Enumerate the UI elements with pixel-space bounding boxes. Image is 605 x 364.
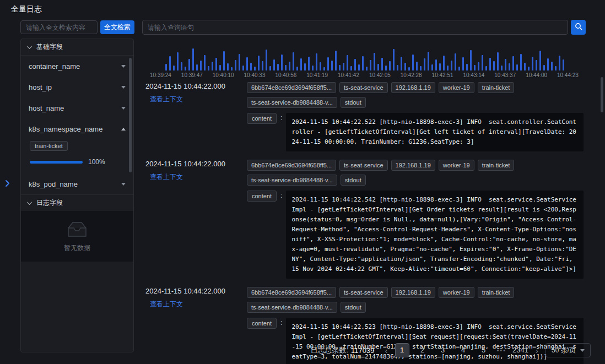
view-context-link[interactable]: 查看上下文 (150, 300, 183, 309)
field-value-tag[interactable]: train-ticket (30, 141, 68, 151)
histogram-bar (555, 66, 557, 70)
histogram-bar (273, 59, 275, 70)
histogram-bar (327, 57, 329, 70)
main-scrollbar-thumb[interactable] (601, 77, 603, 112)
histogram-bar (470, 50, 472, 70)
field-label: container_name (29, 62, 80, 70)
namespace-tag[interactable]: train-ticket (478, 287, 515, 298)
histogram-bar (281, 55, 283, 70)
container-id-tag[interactable]: 6bb674e8ce69d3694f658ff5... (247, 287, 336, 298)
histogram-bar (462, 57, 464, 70)
content-field-chip[interactable]: content (247, 318, 277, 329)
histogram-bar (235, 60, 236, 70)
histogram-bar (516, 64, 518, 70)
histogram-bar (412, 55, 414, 70)
time-tick: 10:43:37 (494, 72, 516, 78)
fulltext-search-button[interactable]: 全文检索 (100, 20, 134, 34)
tag-row: 6bb674e8ce69d3694f658ff5... ts-seat-serv… (247, 82, 587, 93)
namespace-tag[interactable]: train-ticket (478, 82, 515, 93)
prev-page-button[interactable]: ‹ (384, 346, 389, 355)
histogram-bar (482, 55, 483, 70)
field-label: host_name (29, 104, 64, 112)
pod-name-tag[interactable]: ts-seat-service-db9884488-v... (247, 302, 337, 313)
query-input[interactable] (142, 20, 568, 35)
host-ip-tag[interactable]: 192.168.1.19 (391, 82, 435, 93)
pagination-last-page[interactable]: 2341 (512, 343, 528, 357)
time-tick: 10:40:56 (275, 72, 296, 78)
section-log-fields[interactable]: 日志字段 (21, 194, 133, 211)
view-context-link[interactable]: 查看上下文 (150, 172, 183, 182)
stream-tag[interactable]: stdout (341, 175, 366, 186)
content-row: content : 2024-11-15 10:44:22.522 [http-… (247, 113, 587, 151)
sidebar-field-k8s-pod-name[interactable]: k8s_pod_name (21, 173, 133, 194)
histogram-bar (200, 61, 202, 70)
pagination-page[interactable]: 2 (415, 343, 430, 357)
histogram-bar (223, 51, 225, 70)
histogram-bar (532, 57, 533, 70)
host-name-tag[interactable]: worker-19 (439, 287, 474, 298)
container-id-tag[interactable]: 6bb674e8ce69d3694f658ff5... (247, 82, 336, 93)
sidebar-field-container-name[interactable]: container_name (21, 56, 133, 77)
next-page-button[interactable]: › (534, 346, 539, 355)
histogram-bar (300, 58, 302, 70)
namespace-tag[interactable]: train-ticket (478, 160, 515, 171)
empty-state: 暂无数据 (21, 211, 133, 262)
tag-row: ts-seat-service-db9884488-v... stdout (247, 97, 587, 108)
service-tag[interactable]: ts-seat-service (339, 287, 388, 298)
pagination-page[interactable]: 1 (395, 343, 409, 357)
time-tick: 10:44:23 (557, 72, 579, 78)
stream-tag[interactable]: stdout (341, 302, 366, 313)
histogram-bar (316, 53, 317, 70)
service-tag[interactable]: ts-seat-service (339, 82, 388, 93)
sidebar-collapse-handle[interactable] (4, 180, 10, 189)
sidebar-field-k8s-namespace-name[interactable]: k8s_namespace_name (21, 118, 133, 139)
sidebar-scrollbar-thumb[interactable] (129, 58, 132, 172)
query-search-button[interactable] (571, 20, 586, 35)
sidebar-field-host-name[interactable]: host_name (21, 97, 133, 118)
histogram-bar (208, 66, 209, 70)
chevron-down-icon (27, 44, 33, 49)
host-ip-tag[interactable]: 192.168.1.19 (391, 287, 435, 298)
caret-down-icon (121, 86, 126, 89)
histogram-bar (196, 64, 198, 70)
section-basic-fields[interactable]: 基础字段 (21, 39, 133, 56)
container-id-tag[interactable]: 6bb674e8ce69d3694f658ff5... (247, 160, 336, 171)
host-ip-tag[interactable]: 192.168.1.19 (391, 160, 435, 171)
page-size-value: 50 条/页 (552, 346, 576, 355)
fulltext-search-input[interactable] (20, 20, 98, 34)
search-icon (575, 23, 582, 32)
histogram-bar (231, 67, 233, 70)
time-tick: 10:41:42 (338, 72, 359, 78)
service-tag[interactable]: ts-seat-service (339, 160, 388, 171)
histogram-bar (165, 64, 167, 70)
content-field-chip[interactable]: content (247, 113, 277, 124)
log-entry: 2024-11-15 10:44:22.000 查看上下文 6bb674e8ce… (145, 160, 587, 279)
histogram-bar (428, 52, 429, 70)
view-context-link[interactable]: 查看上下文 (150, 95, 183, 104)
histogram-bar (447, 66, 449, 70)
histogram-bar (489, 58, 491, 70)
page-size-select[interactable]: 50 条/页 (545, 343, 591, 357)
host-name-tag[interactable]: worker-19 (439, 82, 474, 93)
sidebar-field-host-ip[interactable]: host_ip (21, 77, 133, 97)
histogram-bar (181, 62, 182, 70)
pod-name-tag[interactable]: ts-seat-service-db9884488-v... (247, 175, 337, 186)
value-progress-bar (30, 161, 83, 164)
histogram-bar (227, 63, 229, 70)
content-field-chip[interactable]: content (247, 191, 277, 202)
pagination-page[interactable]: 3 (436, 343, 450, 357)
host-name-tag[interactable]: worker-19 (439, 160, 474, 171)
pagination-page[interactable]: 4 (456, 343, 471, 357)
histogram-bar (173, 66, 175, 70)
pagination-page[interactable]: 5 (477, 343, 491, 357)
histogram-bar (285, 65, 287, 70)
histogram-bar (366, 67, 368, 70)
histogram-bar (520, 54, 522, 70)
time-tick: 10:42:05 (369, 72, 391, 78)
pod-name-tag[interactable]: ts-seat-service-db9884488-v... (247, 97, 337, 108)
histogram-bar (381, 58, 383, 70)
histogram-bar (478, 62, 479, 70)
histogram-bars[interactable] (165, 48, 564, 70)
stream-tag[interactable]: stdout (341, 97, 366, 108)
histogram-ticks: 10:39:2410:39:4710:40:1010:40:3310:40:56… (150, 72, 579, 78)
